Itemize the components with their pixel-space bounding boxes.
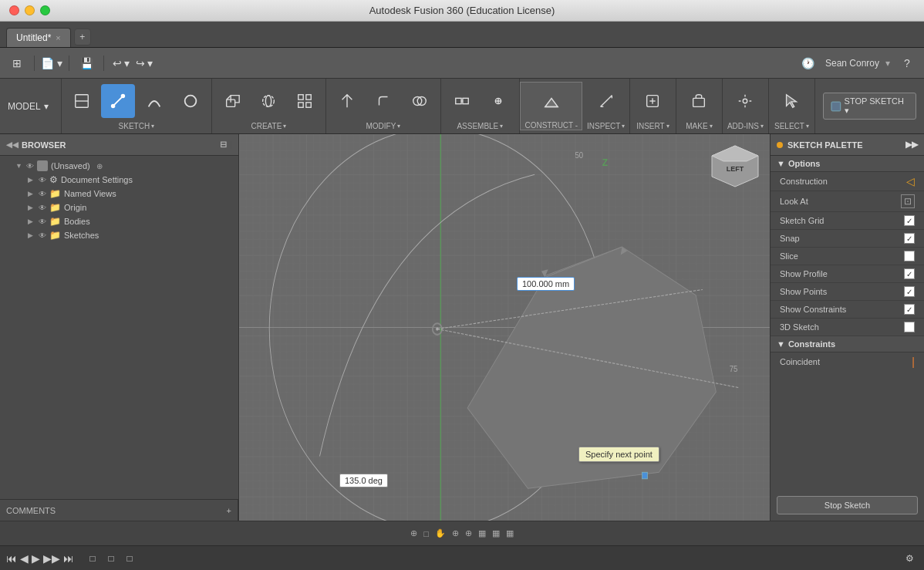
model-dropdown[interactable]: MODEL ▾ <box>0 79 62 133</box>
timeline-icon-1[interactable]: □ <box>85 551 100 566</box>
constraints-section-header[interactable]: ▼ Constraints <box>771 336 924 352</box>
visibility-icon-docsettings[interactable]: 👁 <box>39 176 46 184</box>
playback-end-button[interactable]: ⏭ <box>63 552 74 565</box>
sketch-line-icon[interactable] <box>101 84 135 118</box>
palette-collapse-arrow[interactable]: ▶▶ <box>905 140 918 150</box>
nav-zoom2-icon[interactable]: ⊕ <box>465 528 472 538</box>
playback-prev-button[interactable]: ◀ <box>20 552 29 565</box>
insert-label[interactable]: INSERT ▾ <box>636 122 669 130</box>
assemble-rigid-icon[interactable] <box>481 84 515 118</box>
tree-item-root[interactable]: ▼ 👁 (Unsaved) ⊕ <box>0 159 238 173</box>
nav-zoom-icon[interactable]: ⊕ <box>452 528 459 538</box>
close-button[interactable] <box>9 5 19 15</box>
show-constraints-checkbox[interactable] <box>904 304 915 315</box>
history-icon[interactable]: 🕐 <box>798 52 819 74</box>
nav-pan-icon[interactable]: □ <box>423 529 429 538</box>
playback-next-button[interactable]: ▶▶ <box>43 552 60 565</box>
new-tab-button[interactable]: + <box>74 29 91 46</box>
stop-sketch-button[interactable]: STOP SKETCH ▾ <box>823 93 916 120</box>
user-name-label[interactable]: Sean Conroy <box>825 58 879 69</box>
options-section-header[interactable]: ▼ Options <box>771 156 924 172</box>
redo-button[interactable]: ↪ ▾ <box>133 52 155 74</box>
browser-panel-icon[interactable]: ⊟ <box>220 140 227 150</box>
visibility-icon-bodies[interactable]: 👁 <box>39 218 46 226</box>
addins-icon[interactable] <box>728 84 762 118</box>
tab-close-button[interactable]: × <box>56 33 60 42</box>
modify-press-icon[interactable] <box>330 84 364 118</box>
show-profile-checkbox[interactable] <box>904 268 915 279</box>
viewport[interactable]: 50 25 25 50 75 <box>239 134 770 521</box>
slice-checkbox[interactable] <box>904 251 915 261</box>
construction-icon[interactable]: ◁ <box>906 175 915 187</box>
construct-plane-icon[interactable] <box>535 86 568 120</box>
modify-fillet-icon[interactable] <box>366 84 400 118</box>
nav-fit-icon[interactable]: ⊕ <box>410 528 417 538</box>
timeline-settings-button[interactable]: ⚙ <box>901 550 918 567</box>
make-label[interactable]: MAKE ▾ <box>686 122 712 130</box>
snap-checkbox[interactable] <box>904 233 915 244</box>
sketch-grid-checkbox[interactable] <box>904 215 915 226</box>
svg-rect-10 <box>306 95 311 99</box>
inspect-measure-icon[interactable] <box>589 84 623 118</box>
browser-collapse-icon[interactable]: ◀◀ <box>6 140 19 149</box>
3d-sketch-checkbox[interactable] <box>904 322 915 332</box>
create-extrude-icon[interactable] <box>215 84 249 118</box>
user-dropdown-arrow[interactable]: ▾ <box>885 58 890 69</box>
visibility-icon-namedviews[interactable]: 👁 <box>39 190 46 198</box>
tree-item-origin[interactable]: ▶ 👁 📁 Origin <box>0 201 238 214</box>
angle-label[interactable]: 135.0 deg <box>339 474 388 487</box>
nav-grid-icon[interactable]: ▦ <box>478 528 486 538</box>
tree-item-sketches[interactable]: ▶ 👁 📁 Sketches <box>0 228 238 242</box>
visibility-icon-root[interactable]: 👁 <box>26 162 34 170</box>
make-icon[interactable] <box>682 84 716 118</box>
look-at-icon[interactable]: ⊡ <box>901 194 915 208</box>
select-icon[interactable] <box>774 84 808 118</box>
sketch-circle-icon[interactable] <box>174 84 207 118</box>
apps-icon[interactable]: ⊞ <box>6 52 28 74</box>
minimize-button[interactable] <box>25 5 35 15</box>
create-pattern-icon[interactable] <box>288 84 322 118</box>
create-label[interactable]: CREATE ▾ <box>251 122 286 130</box>
show-points-checkbox[interactable] <box>904 286 915 297</box>
timeline-icon-2[interactable]: □ <box>103 551 119 566</box>
timeline-icon-3[interactable]: □ <box>122 551 137 566</box>
create-icons <box>215 82 322 120</box>
insert-icon[interactable] <box>636 84 669 118</box>
select-label[interactable]: SELECT ▾ <box>774 122 809 130</box>
playback-play-button[interactable]: ▶ <box>32 552 40 565</box>
playback-start-button[interactable]: ⏮ <box>6 552 17 565</box>
unsaved-orbit-icon[interactable]: ⊕ <box>96 162 103 170</box>
nav-display-icon[interactable]: ▦ <box>492 528 500 538</box>
sketch-icons <box>65 82 207 120</box>
create-revolve-icon[interactable] <box>251 84 285 118</box>
tree-item-docsettings[interactable]: ▶ 👁 ⚙ Document Settings <box>0 173 238 187</box>
comments-add-icon[interactable]: + <box>227 506 231 515</box>
sketch-label[interactable]: SKETCH ▾ <box>119 122 155 130</box>
file-menu-button[interactable]: 📄 ▾ <box>41 52 62 74</box>
nav-settings-icon[interactable]: ▦ <box>506 528 514 538</box>
construct-label[interactable]: CONSTRUCT - <box>524 121 578 130</box>
save-button[interactable]: 💾 <box>76 52 97 74</box>
inspect-label[interactable]: INSPECT ▾ <box>587 122 625 130</box>
window-controls[interactable] <box>9 5 50 15</box>
visibility-icon-sketches[interactable]: 👁 <box>39 231 46 240</box>
active-tab[interactable]: Untitled* × <box>6 28 71 47</box>
sketch-new-icon[interactable] <box>65 84 99 118</box>
view-cube[interactable]: LEFT <box>708 142 762 196</box>
tree-item-bodies[interactable]: ▶ 👁 📁 Bodies <box>0 214 238 228</box>
visibility-icon-origin[interactable]: 👁 <box>39 204 46 212</box>
tree-item-namedviews[interactable]: ▶ 👁 📁 Named Views <box>0 187 238 201</box>
addins-label[interactable]: ADD-INS ▾ <box>727 122 764 130</box>
dimension-label[interactable]: 100.000 mm <box>517 277 575 291</box>
maximize-button[interactable] <box>40 5 50 15</box>
help-button[interactable]: ? <box>896 52 918 74</box>
assemble-joint-icon[interactable] <box>445 84 479 118</box>
slice-row: Slice <box>771 248 924 265</box>
nav-orbit-icon[interactable]: ✋ <box>435 528 446 538</box>
modify-combine-icon[interactable] <box>403 84 437 118</box>
modify-label[interactable]: MODIFY ▾ <box>366 122 400 130</box>
undo-button[interactable]: ↩ ▾ <box>110 52 132 74</box>
stop-sketch-bottom-button[interactable]: Stop Sketch <box>777 496 918 514</box>
sketch-arc-icon[interactable] <box>137 84 171 118</box>
assemble-label[interactable]: ASSEMBLE ▾ <box>457 122 503 130</box>
